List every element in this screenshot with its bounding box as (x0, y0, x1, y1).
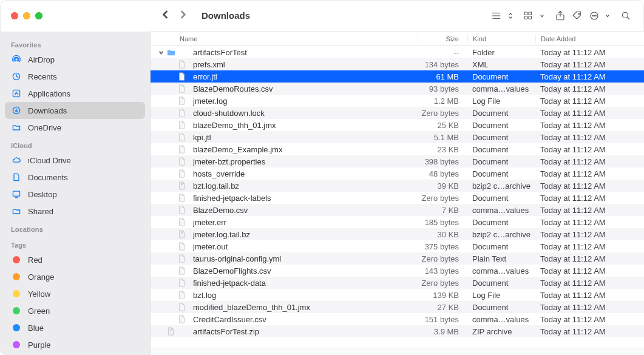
sidebar-item-icloud-drive[interactable]: iCloud Drive (5, 152, 145, 169)
tag-green[interactable]: Green (5, 302, 145, 319)
search-button[interactable] (617, 7, 634, 24)
file-row[interactable]: hosts_override 48 bytes Document Today a… (151, 167, 644, 180)
svg-point-16 (622, 12, 628, 18)
file-row[interactable]: modified_blazeDemo_thh_01.jmx 27 KB Docu… (151, 301, 644, 313)
file-row[interactable]: bzt.log.tail.bz 39 KB bzip2 c…archive To… (151, 180, 644, 192)
file-row[interactable]: BlazeDemo.csv 7 KB comma…values Today at… (151, 204, 644, 216)
zoom-window-button[interactable] (35, 12, 42, 19)
sidebar-section-favorites: Favorites (5, 35, 145, 51)
sidebar-item-desktop[interactable]: Desktop (5, 186, 145, 203)
back-button[interactable] (161, 10, 170, 21)
file-row[interactable]: artifactsForTest.zip 3.9 MB ZIP archive … (151, 325, 644, 337)
tag-label: Blue (28, 323, 44, 333)
file-row[interactable]: finished-jetpack-labels Zero bytes Docum… (151, 192, 644, 204)
file-row[interactable]: bzt.log 139 KB Log File Today at 11:12 A… (151, 289, 644, 301)
forward-button[interactable] (178, 10, 187, 21)
sidebar-item-documents[interactable]: Documents (5, 169, 145, 186)
file-kind: Document (467, 169, 535, 178)
column-date[interactable]: Date Added (535, 35, 644, 42)
file-row[interactable]: jmeter.log.tail.bz 30 KB bzip2 c…archive… (151, 228, 644, 240)
svg-rect-6 (524, 12, 527, 15)
tag-dot-icon (13, 256, 20, 263)
file-date: Today at 11:12 AM (535, 121, 644, 130)
file-size: Zero bytes (418, 194, 467, 203)
file-row[interactable]: jmeter.log 1.2 MB Log File Today at 11:1… (151, 95, 644, 107)
horizontal-scrollbar[interactable] (151, 348, 644, 355)
file-rows[interactable]: artifactsForTest -- Folder Today at 11:1… (151, 46, 644, 348)
file-row[interactable]: CreditCardIssuer.csv 151 bytes comma…val… (151, 313, 644, 325)
tag-label: Orange (28, 272, 54, 282)
tag-blue[interactable]: Blue (5, 319, 145, 336)
column-size[interactable]: Size (418, 35, 467, 42)
minimize-window-button[interactable] (23, 12, 30, 19)
file-row[interactable]: BlazeDemoRoutes.csv 93 bytes comma…value… (151, 83, 644, 95)
file-row[interactable]: error.jtl 61 MB Document Today at 11:12 … (151, 70, 644, 83)
column-headers[interactable]: Name Size Kind Date Added (151, 32, 644, 46)
sidebar-item-applications[interactable]: AApplications (5, 85, 145, 102)
doc-icon (177, 96, 187, 106)
doc-icon (177, 84, 187, 93)
file-row[interactable]: jmeter.err 185 bytes Document Today at 1… (151, 216, 644, 228)
chevron-down-icon[interactable] (538, 7, 546, 24)
file-date: Today at 11:12 AM (535, 266, 644, 276)
file-row[interactable]: kpi.jtl 5.1 MB Document Today at 11:12 A… (151, 131, 644, 143)
file-row[interactable]: blazeDemo_thh_01.jmx 25 KB Document Toda… (151, 119, 644, 131)
sidebar-item-downloads[interactable]: Downloads (5, 102, 145, 119)
view-updown-icon[interactable] (507, 7, 514, 24)
tag-yellow[interactable]: Yellow (5, 285, 145, 302)
group-by-button[interactable] (520, 7, 537, 24)
file-kind: Document (467, 133, 535, 142)
file-row[interactable]: finished-jetpack-data Zero bytes Documen… (151, 277, 644, 289)
file-row[interactable]: jmeter.out 375 bytes Document Today at 1… (151, 240, 644, 252)
svg-point-18 (15, 58, 18, 61)
file-date: Today at 11:12 AM (535, 169, 644, 178)
file-size: 7 KB (418, 206, 467, 215)
file-size: 61 MB (418, 72, 467, 81)
file-date: Today at 11:12 AM (535, 303, 644, 312)
doc-icon (177, 157, 187, 166)
sidebar-item-recents[interactable]: Recents (5, 68, 145, 85)
file-date: Today at 11:12 AM (535, 109, 644, 118)
file-row[interactable]: cloud-shutdown.lock Zero bytes Document … (151, 107, 644, 119)
file-size: 39 KB (418, 181, 467, 191)
sidebar-section-tags: Tags (5, 235, 145, 251)
share-button[interactable] (552, 7, 569, 24)
tag-dot-icon (13, 290, 20, 297)
file-kind: Document (467, 157, 535, 166)
column-kind[interactable]: Kind (467, 35, 535, 42)
close-window-button[interactable] (11, 12, 18, 19)
action-menu-button[interactable] (586, 7, 603, 24)
tag-label: Red (28, 255, 42, 265)
file-kind: Document (467, 279, 535, 288)
tags-button[interactable] (569, 7, 586, 24)
file-row[interactable]: blazeDemo_Example.jmx 23 KB Document Tod… (151, 143, 644, 155)
tag-red[interactable]: Red (5, 251, 145, 268)
disclosure-triangle-icon[interactable] (157, 48, 165, 57)
doc-icon (177, 169, 187, 178)
file-name: CreditCardIssuer.csv (193, 315, 418, 324)
file-date: Today at 11:12 AM (535, 194, 644, 203)
tag-orange[interactable]: Orange (5, 268, 145, 285)
chevron-down-icon[interactable] (604, 7, 611, 24)
shared-icon (11, 206, 22, 217)
tag-purple[interactable]: Purple (5, 336, 145, 353)
file-row[interactable]: BlazeDemoFlights.csv 143 bytes comma…val… (151, 265, 644, 277)
file-date: Today at 11:12 AM (535, 84, 644, 93)
column-name[interactable]: Name (175, 35, 418, 42)
file-kind: Plain Text (467, 254, 535, 263)
file-row[interactable]: jmeter-bzt.properties 398 bytes Document… (151, 155, 644, 167)
file-date: Today at 11:12 AM (535, 291, 644, 300)
file-name: jmeter.log.tail.bz (193, 230, 418, 239)
sidebar-item-shared[interactable]: Shared (5, 203, 145, 220)
doc-icon (177, 314, 187, 324)
file-name: jmeter.log (193, 96, 418, 106)
sidebar-item-airdrop[interactable]: AirDrop (5, 51, 145, 68)
svg-line-17 (627, 17, 629, 19)
sidebar-item-label: AirDrop (28, 55, 55, 64)
view-list-button[interactable] (489, 7, 506, 24)
sidebar-item-onedrive[interactable]: OneDrive (5, 119, 145, 136)
file-row[interactable]: taurus-original-config.yml Zero bytes Pl… (151, 252, 644, 265)
file-row[interactable]: prefs.xml 134 bytes XML Today at 11:12 A… (151, 58, 644, 70)
file-row[interactable]: artifactsForTest -- Folder Today at 11:1… (151, 46, 644, 58)
doc-icon (177, 193, 187, 203)
